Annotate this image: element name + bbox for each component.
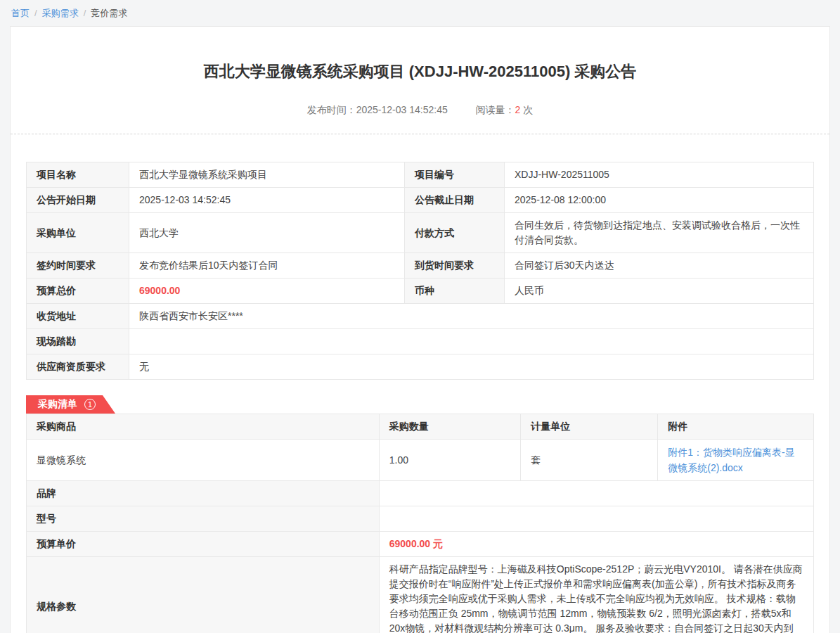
item-quantity: 1.00 — [379, 440, 521, 481]
field-value: 西北大学 — [129, 213, 405, 253]
column-header-unit: 计量单位 — [521, 414, 658, 440]
field-value: 无 — [129, 354, 814, 380]
field-value: 合同生效后，待货物到达指定地点、安装调试验收合格后，一次性付清合同货款。 — [505, 213, 814, 253]
table-row: 公告开始日期 2025-12-03 14:52:45 公告截止日期 2025-1… — [27, 188, 814, 213]
table-row: 预算总价 69000.00 币种 人民币 — [27, 279, 814, 304]
field-value: 人民币 — [505, 279, 814, 304]
publish-time: 发布时间：2025-12-03 14:52:45 — [307, 104, 448, 115]
table-row: 现场踏勘 — [27, 329, 814, 354]
table-row: 型号 — [27, 506, 814, 532]
table-row: 采购单位 西北大学 付款方式 合同生效后，待货物到达指定地点、安装调试验收合格后… — [27, 213, 814, 253]
field-value: 发布竞价结果后10天内签订合同 — [129, 253, 405, 279]
field-value — [129, 329, 814, 354]
announcement-card: 西北大学显微镜系统采购项目 (XDJJ-HW-202511005) 采购公告 发… — [10, 26, 830, 633]
purchase-list-tag-label: 采购清单 — [38, 398, 77, 411]
field-value: 2025-12-08 12:00:00 — [505, 188, 814, 213]
field-label: 币种 — [405, 279, 505, 304]
meta-line: 发布时间：2025-12-03 14:52:45 阅读量：2 次 — [39, 104, 801, 134]
item-attachment-cell: 附件1：货物类响应偏离表-显微镜系统(2).docx — [658, 440, 814, 481]
field-value: 陕西省西安市长安区**** — [129, 304, 814, 329]
table-row: 收货地址 陕西省西安市长安区**** — [27, 304, 814, 329]
field-label: 公告开始日期 — [27, 188, 129, 213]
breadcrumb-home-link[interactable]: 首页 — [11, 8, 30, 18]
field-label: 现场踏勘 — [27, 329, 129, 354]
item-unit: 套 — [521, 440, 658, 481]
table-row: 规格参数 科研产品指定品牌型号：上海磁及科技OptiScope-2512P；蔚云… — [27, 557, 814, 633]
purchase-list-section-header: 采购清单 1 — [26, 395, 814, 414]
read-count: 阅读量：2 次 — [476, 104, 534, 115]
purchase-list-count-badge: 1 — [84, 399, 96, 410]
field-label: 型号 — [27, 506, 380, 532]
field-label: 签约时间要求 — [27, 253, 129, 279]
item-goods-name: 显微镜系统 — [27, 440, 380, 481]
breadcrumb-separator: / — [84, 8, 86, 18]
breadcrumb-purchase-demand-link[interactable]: 采购需求 — [42, 8, 79, 18]
field-value: XDJJ-HW-202511005 — [505, 162, 814, 188]
purchase-list-table: 采购商品 采购数量 计量单位 附件 显微镜系统 1.00 套 附件1：货物类响应… — [26, 414, 814, 633]
field-value: 合同签订后30天内送达 — [505, 253, 814, 279]
page-title: 西北大学显微镜系统采购项目 (XDJJ-HW-202511005) 采购公告 — [39, 61, 801, 82]
field-label: 收货地址 — [27, 304, 129, 329]
purchase-item-row: 显微镜系统 1.00 套 附件1：货物类响应偏离表-显微镜系统(2).docx — [27, 440, 814, 481]
announcement-header: 西北大学显微镜系统采购项目 (XDJJ-HW-202511005) 采购公告 发… — [11, 27, 829, 134]
purchase-list-tag: 采购清单 1 — [26, 395, 115, 414]
field-label: 规格参数 — [27, 557, 380, 633]
table-row: 项目名称 西北大学显微镜系统采购项目 项目编号 XDJJ-HW-20251100… — [27, 162, 814, 188]
field-label: 付款方式 — [405, 213, 505, 253]
attachment-link[interactable]: 附件1：货物类响应偏离表-显微镜系统(2).docx — [668, 447, 794, 473]
field-label: 品牌 — [27, 481, 380, 506]
breadcrumb-current: 竞价需求 — [91, 8, 127, 18]
spec-value: 科研产品指定品牌型号：上海磁及科技OptiScope-2512P；蔚云光电VY2… — [379, 557, 813, 633]
budget-unit-price-value: 69000.00 元 — [379, 532, 813, 557]
project-info-table: 项目名称 西北大学显微镜系统采购项目 项目编号 XDJJ-HW-20251100… — [26, 162, 814, 380]
field-label: 采购单位 — [27, 213, 129, 253]
field-label: 到货时间要求 — [405, 253, 505, 279]
budget-total-value: 69000.00 — [129, 279, 405, 304]
column-header-quantity: 采购数量 — [379, 414, 521, 440]
field-value: 2025-12-03 14:52:45 — [129, 188, 405, 213]
field-label: 预算单价 — [27, 532, 380, 557]
field-label: 项目名称 — [27, 162, 129, 188]
model-value — [379, 506, 813, 532]
table-row: 品牌 — [27, 481, 814, 506]
field-label: 项目编号 — [405, 162, 505, 188]
field-value: 西北大学显微镜系统采购项目 — [129, 162, 405, 188]
table-row: 签约时间要求 发布竞价结果后10天内签订合同 到货时间要求 合同签订后30天内送… — [27, 253, 814, 279]
breadcrumb-separator: / — [34, 8, 37, 18]
column-header-goods: 采购商品 — [27, 414, 380, 440]
table-row: 供应商资质要求 无 — [27, 354, 814, 380]
breadcrumb: 首页/采购需求/竞价需求 — [0, 0, 840, 26]
announcement-body: 项目名称 西北大学显微镜系统采购项目 项目编号 XDJJ-HW-20251100… — [11, 134, 829, 633]
column-header-attachment: 附件 — [658, 414, 814, 440]
field-label: 供应商资质要求 — [27, 354, 129, 380]
field-label: 公告截止日期 — [405, 188, 505, 213]
field-label: 预算总价 — [27, 279, 129, 304]
brand-value — [379, 481, 813, 506]
table-row: 预算单价 69000.00 元 — [27, 532, 814, 557]
read-count-value: 2 — [515, 104, 521, 115]
table-header-row: 采购商品 采购数量 计量单位 附件 — [27, 414, 814, 440]
